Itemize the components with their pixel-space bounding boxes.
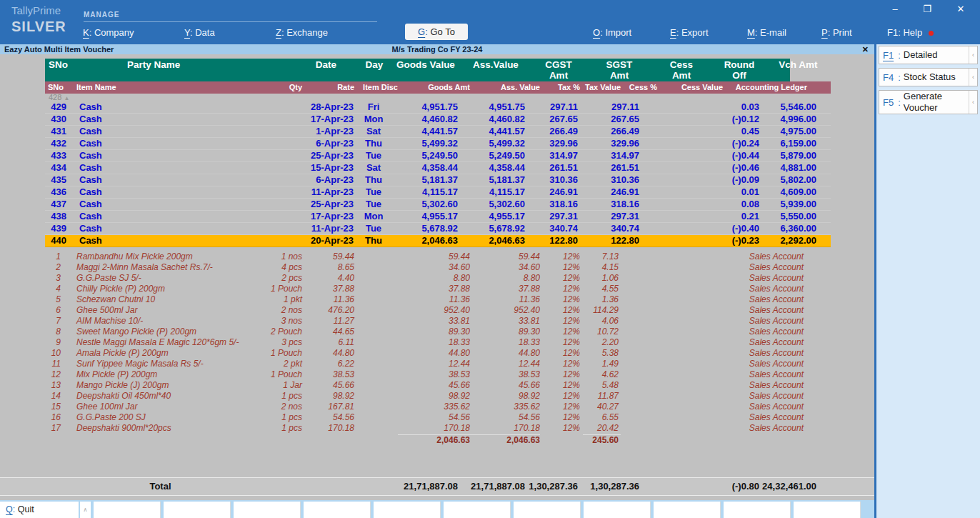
item-name: Deepshakti Oil 450ml*40 bbox=[66, 391, 249, 402]
item-sno: 10 bbox=[45, 348, 66, 359]
voucher-sno: 431 bbox=[45, 126, 72, 137]
stock-item-row[interactable]: 12 Mix Pickle (P) 200gm 1 Pouch 38.53 38… bbox=[45, 369, 831, 380]
top-menu-item[interactable]: K: Company bbox=[83, 27, 134, 38]
voucher-date: 17-Apr-23 bbox=[249, 114, 354, 125]
voucher-row[interactable]: 431 Cash 1-Apr-23 Sat 4,441.57 4,441.57 … bbox=[45, 126, 831, 138]
restore-button[interactable]: ❐ bbox=[918, 2, 936, 16]
stock-item-row[interactable]: 6 Ghee 500ml Jar 2 nos 476.20 952.40 952… bbox=[45, 305, 831, 316]
voucher-date: 6-Apr-23 bbox=[249, 174, 354, 186]
stock-item-row[interactable]: 4 Chilly Pickle (P) 200gm 1 Pouch 37.88 … bbox=[45, 284, 831, 294]
item-cess-value bbox=[661, 359, 725, 369]
goto-button[interactable]: G: Go To bbox=[405, 24, 468, 40]
top-menu-item[interactable]: M: E-mail bbox=[747, 27, 786, 38]
voucher-row[interactable]: 432 Cash 6-Apr-23 Thu 5,499.32 5,499.32 … bbox=[45, 138, 831, 150]
voucher-day: Sat bbox=[354, 162, 386, 174]
expand-bar-button[interactable]: ∧ bbox=[80, 502, 91, 518]
item-sno: 16 bbox=[45, 412, 66, 423]
stock-item-row[interactable]: 8 Sweet Mango Pickle (P) 200gm 2 Pouch 4… bbox=[45, 327, 831, 337]
voucher-row[interactable]: 436 Cash 11-Apr-23 Tue 4,115.17 4,115.17… bbox=[45, 186, 831, 199]
voucher-row[interactable]: 430 Cash 17-Apr-23 Mon 4,460.82 4,460.82… bbox=[45, 114, 831, 126]
item-cess-pct bbox=[621, 294, 661, 305]
item-cess-pct bbox=[621, 391, 661, 402]
grand-total-row: Total 21,71,887.08 21,71,887.08 1,30,287… bbox=[45, 478, 831, 495]
voucher-row[interactable]: 435 Cash 6-Apr-23 Thu 5,181.37 5,181.37 … bbox=[45, 174, 831, 186]
sidebar-button-label: Generate Voucher bbox=[901, 91, 969, 114]
sidebar-function-button[interactable]: F4: Stock Status ‹ bbox=[879, 68, 978, 86]
item-sno: 7 bbox=[45, 316, 66, 327]
voucher-cess-amt bbox=[639, 174, 702, 186]
item-tax-pct: 12% bbox=[540, 284, 583, 294]
report-close-button[interactable]: ✕ bbox=[862, 44, 869, 54]
item-goods-amt: 38.53 bbox=[398, 369, 470, 380]
item-tax-value: 4.62 bbox=[583, 369, 621, 380]
subtotal-goods-amt: 2,046.63 bbox=[398, 434, 470, 445]
item-goods-amt: 44.80 bbox=[398, 348, 470, 359]
item-tax-value: 6.55 bbox=[583, 412, 621, 423]
quit-label: Quit bbox=[18, 504, 34, 514]
item-ass-value: 170.18 bbox=[470, 423, 540, 434]
stock-item-row[interactable]: 16 G.G.Paste 200 SJ 1 pcs 54.56 54.56 54… bbox=[45, 412, 831, 423]
item-tax-pct: 12% bbox=[540, 412, 583, 423]
stock-item-row[interactable]: 17 Deepshakti 900ml*20pcs 1 pcs 170.18 1… bbox=[45, 423, 831, 434]
col-goods-amt: Goods Amt bbox=[398, 81, 470, 94]
voucher-row[interactable]: 433 Cash 25-Apr-23 Tue 5,249.50 5,249.50… bbox=[45, 150, 831, 162]
stock-item-row[interactable]: 3 G.G.Paste SJ 5/- 2 pcs 4.40 8.80 8.80 … bbox=[45, 273, 831, 284]
item-disc bbox=[354, 402, 398, 412]
stock-item-row[interactable]: 5 Schezwan Chutni 10 1 pkt 11.36 11.36 1… bbox=[45, 294, 831, 305]
top-menu-item[interactable]: Y: Data bbox=[184, 27, 215, 38]
voucher-row[interactable]: 434 Cash 15-Apr-23 Sat 4,358.44 4,358.44… bbox=[45, 162, 831, 174]
stock-item-row[interactable]: 2 Maggi 2-Minn Masala Sachet Rs.7/- 4 pc… bbox=[45, 262, 831, 273]
close-button[interactable]: ✕ bbox=[951, 2, 970, 16]
top-menu-item[interactable]: F1: Help bbox=[887, 27, 934, 38]
item-rate: 98.92 bbox=[302, 391, 354, 402]
stock-item-row[interactable]: 13 Mango Pickle (J) 200gm 1 Jar 45.66 45… bbox=[45, 380, 831, 391]
voucher-goods-value: 4,460.82 bbox=[386, 114, 458, 125]
voucher-row[interactable]: 439 Cash 11-Apr-23 Tue 5,678.92 5,678.92… bbox=[45, 223, 831, 235]
item-sno: 4 bbox=[45, 284, 66, 294]
item-ass-value: 33.81 bbox=[470, 316, 540, 327]
bottom-bar-empty-slot bbox=[94, 502, 161, 518]
voucher-sno: 432 bbox=[45, 138, 72, 149]
stock-item-row[interactable]: 15 Ghee 100ml Jar 2 nos 167.81 335.62 33… bbox=[45, 402, 831, 412]
voucher-row[interactable]: 440 Cash 20-Apr-23 Thu 2,046.63 2,046.63… bbox=[45, 235, 831, 247]
sidebar-function-button[interactable]: F5: Generate Voucher ‹ bbox=[879, 90, 978, 114]
stock-item-row[interactable]: 14 Deepshakti Oil 450ml*40 1 pcs 98.92 9… bbox=[45, 391, 831, 402]
minimize-button[interactable]: – bbox=[886, 2, 904, 16]
stock-item-row[interactable]: 10 Amala Pickle (P) 200gm 1 Pouch 44.80 … bbox=[45, 348, 831, 359]
item-cess-pct bbox=[621, 327, 661, 337]
item-rate: 54.56 bbox=[302, 412, 354, 423]
top-menu-item[interactable]: E: Export bbox=[670, 27, 709, 38]
quit-button[interactable]: Q: Quit bbox=[0, 502, 79, 518]
goto-label: Go To bbox=[430, 26, 454, 37]
menu-key: Z bbox=[276, 27, 281, 38]
stock-item-row[interactable]: 1 Rambandhu Mix Pickle 200gm 1 nos 59.44… bbox=[45, 251, 831, 262]
item-name: AIM Machise 10/- bbox=[66, 316, 249, 327]
top-menu-item[interactable]: Z: Exchange bbox=[276, 27, 328, 38]
voucher-goods-value: 5,678.92 bbox=[386, 223, 458, 234]
item-disc bbox=[354, 284, 398, 294]
voucher-rows: 429 Cash 28-Apr-23 Fri 4,951.75 4,951.75… bbox=[45, 101, 831, 247]
voucher-sgst-amt: 329.96 bbox=[578, 138, 639, 149]
voucher-row[interactable]: 438 Cash 17-Apr-23 Mon 4,955.17 4,955.17… bbox=[45, 211, 831, 223]
item-name: Ghee 100ml Jar bbox=[66, 402, 249, 412]
voucher-row[interactable]: 429 Cash 28-Apr-23 Fri 4,951.75 4,951.75… bbox=[45, 101, 831, 114]
top-menu-item[interactable]: P: Print bbox=[821, 27, 852, 38]
item-name: Rambandhu Mix Pickle 200gm bbox=[66, 251, 249, 262]
sidebar-function-button[interactable]: F1: Detailed ‹ bbox=[879, 46, 978, 64]
stock-item-row[interactable]: 11 Sunf Yippee Magic Masala Rs 5/- 2 pkt… bbox=[45, 359, 831, 369]
voucher-cgst-amt: 318.16 bbox=[525, 199, 578, 210]
voucher-round-off: 0.21 bbox=[702, 211, 759, 222]
voucher-goods-value: 4,441.57 bbox=[386, 126, 458, 137]
stock-item-row[interactable]: 9 Nestle Maggi Masala E Magic 120*6gm 5/… bbox=[45, 337, 831, 348]
item-ass-value: 8.80 bbox=[470, 273, 540, 284]
total-vch-amt: 24,32,461.00 bbox=[759, 478, 829, 495]
voucher-row[interactable]: 437 Cash 25-Apr-23 Tue 5,302.60 5,302.60… bbox=[45, 199, 831, 211]
bottom-bar-empty-slot bbox=[164, 502, 231, 518]
item-ass-value: 98.92 bbox=[470, 391, 540, 402]
col-goods-value: Goods Value bbox=[386, 59, 458, 81]
item-goods-amt: 170.18 bbox=[398, 423, 470, 434]
item-cess-pct bbox=[621, 423, 661, 434]
stock-item-row[interactable]: 7 AIM Machise 10/- 3 nos 11.27 33.81 33.… bbox=[45, 316, 831, 327]
top-menu-item[interactable]: O: Import bbox=[593, 27, 631, 38]
item-ledger: Sales Account bbox=[725, 262, 831, 273]
